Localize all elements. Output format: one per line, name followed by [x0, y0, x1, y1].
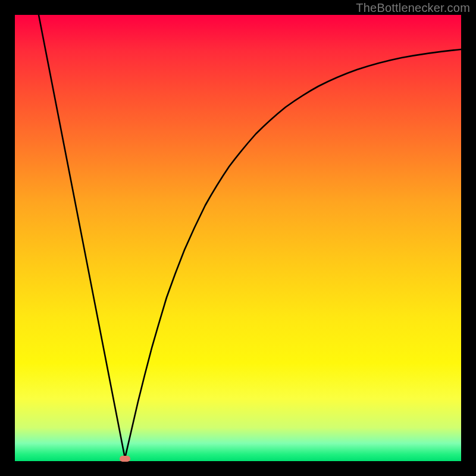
- curve-right-segment: [125, 49, 461, 458]
- bottleneck-curve: [15, 15, 461, 461]
- plot-area: [15, 15, 461, 461]
- minimum-marker: [120, 456, 130, 462]
- curve-left-segment: [39, 15, 125, 458]
- chart-frame: TheBottlenecker.com: [0, 0, 476, 476]
- attribution-label: TheBottlenecker.com: [356, 1, 470, 15]
